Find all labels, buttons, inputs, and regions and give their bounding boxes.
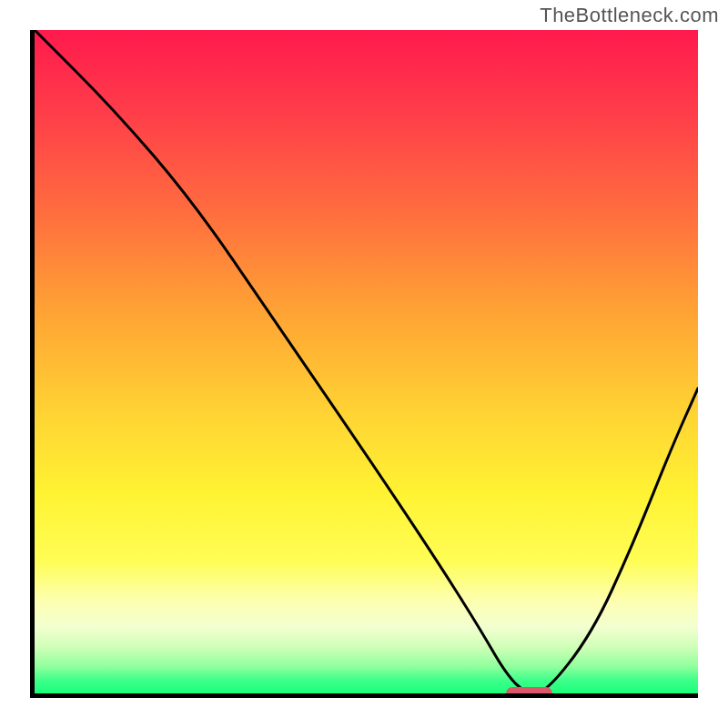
bottleneck-curve (35, 30, 698, 693)
plot-area (30, 30, 698, 698)
chart-container: TheBottleneck.com (0, 0, 728, 728)
optimal-marker (506, 687, 552, 698)
watermark-text: TheBottleneck.com (540, 4, 719, 27)
